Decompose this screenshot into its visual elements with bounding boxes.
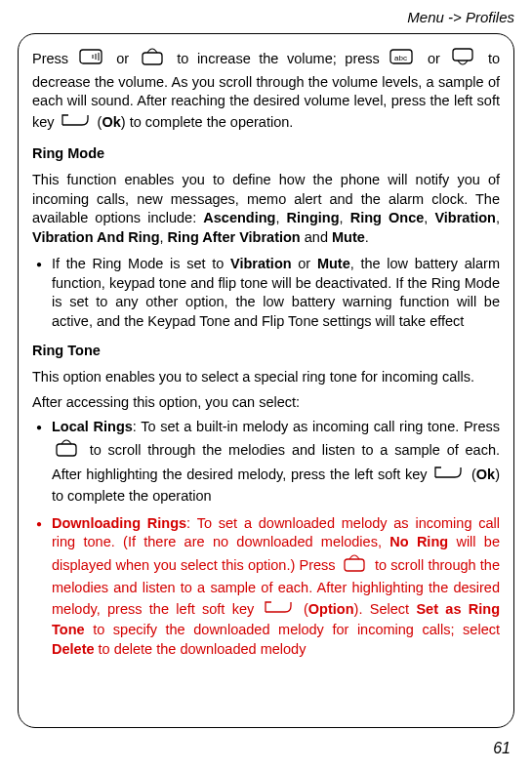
nav-up-icon bbox=[79, 47, 106, 72]
local-rings-bullet: Local Rings: To set a built-in melody as… bbox=[32, 418, 500, 506]
ring-mode-bullet: If the Ring Mode is set to Vibration or … bbox=[32, 255, 500, 331]
svg-rect-1 bbox=[143, 53, 162, 64]
ring-mode-desc: This function enables you to define how … bbox=[32, 171, 500, 247]
nav-down-icon: abc bbox=[389, 47, 417, 72]
svg-text:abc: abc bbox=[394, 54, 407, 62]
left-softkey-icon bbox=[61, 111, 92, 135]
ring-tone-heading: Ring Tone bbox=[32, 342, 500, 361]
ring-tone-p2: After accessing this option, you can sel… bbox=[32, 393, 500, 413]
flip-down-icon bbox=[450, 46, 477, 73]
svg-rect-6 bbox=[345, 559, 364, 571]
page-number: 61 bbox=[493, 738, 511, 759]
downloading-rings-bullet: Downloading Rings: To set a downloaded m… bbox=[32, 514, 500, 660]
intro-paragraph: Press or to increase the volume; press a… bbox=[32, 46, 500, 134]
flip-up-icon bbox=[140, 46, 167, 73]
svg-rect-5 bbox=[57, 444, 76, 456]
breadcrumb: Menu -> Profiles bbox=[18, 8, 514, 27]
left-softkey-icon bbox=[264, 598, 295, 622]
content-box: Press or to increase the volume; press a… bbox=[18, 33, 514, 728]
ring-mode-heading: Ring Mode bbox=[32, 144, 500, 164]
svg-rect-4 bbox=[453, 49, 472, 61]
flip-up-icon bbox=[342, 552, 369, 580]
flip-up-icon bbox=[54, 437, 81, 465]
left-softkey-icon bbox=[433, 464, 465, 487]
ring-tone-p1: This option enables you to select a spec… bbox=[32, 368, 500, 387]
